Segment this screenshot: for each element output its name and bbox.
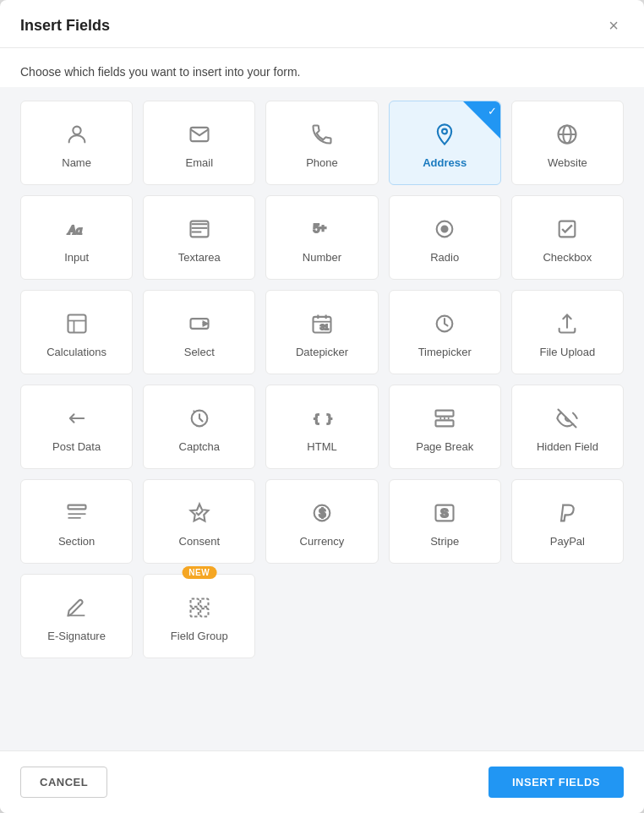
field-item-html[interactable]: ✓{ }HTML (265, 385, 378, 469)
field-item-checkbox[interactable]: ✓Checkbox (511, 195, 624, 280)
svg-rect-28 (436, 420, 454, 426)
svg-text:5÷: 5÷ (313, 221, 326, 234)
paypal-label: PayPal (550, 535, 585, 548)
modal-title: Insert Fields (20, 17, 110, 35)
input-icon: Aa (65, 217, 89, 244)
field-item-input[interactable]: ✓AaInput (20, 195, 133, 280)
svg-text:Aa: Aa (67, 221, 82, 236)
currency-icon: $ (310, 501, 334, 528)
field-item-pagebreak[interactable]: ✓Page Break (389, 385, 501, 469)
modal-body: ✓Name✓Email✓Phone✓Address✓Website✓AaInpu… (0, 87, 644, 750)
address-label: Address (423, 156, 467, 169)
svg-text:S: S (441, 505, 449, 519)
html-icon: { } (310, 406, 334, 434)
svg-point-2 (442, 128, 447, 134)
postdata-icon (65, 406, 89, 434)
svg-text:{ }: { } (313, 412, 332, 424)
field-item-website[interactable]: ✓Website (511, 101, 624, 185)
field-item-email[interactable]: ✓Email (143, 101, 255, 185)
website-icon (555, 123, 579, 150)
modal-header: Insert Fields × (0, 0, 644, 48)
calculations-icon (65, 312, 89, 339)
field-item-paypal[interactable]: ✓PayPal (511, 479, 624, 564)
insert-fields-modal: Insert Fields × Choose which fields you … (0, 0, 644, 813)
phone-icon (310, 123, 334, 150)
field-item-fieldgroup[interactable]: NEW✓Field Group (143, 574, 255, 658)
field-item-hiddenfield[interactable]: ✓Hidden Field (511, 385, 624, 469)
field-item-postdata[interactable]: ✓Post Data (20, 385, 133, 469)
fieldgroup-label: Field Group (171, 630, 228, 642)
svg-rect-43 (200, 608, 208, 616)
consent-icon (188, 501, 211, 528)
postdata-label: Post Data (52, 440, 101, 453)
field-item-currency[interactable]: ✓$Currency (265, 479, 378, 564)
paypal-icon (555, 501, 579, 528)
modal-footer: CANCEL INSERT FIELDS (0, 750, 644, 813)
name-label: Name (62, 156, 91, 169)
email-icon (188, 123, 211, 150)
field-item-fileupload[interactable]: ✓File Upload (511, 290, 624, 374)
field-item-name[interactable]: ✓Name (20, 101, 133, 185)
field-item-datepicker[interactable]: ✓31Datepicker (265, 290, 378, 374)
phone-label: Phone (306, 156, 338, 169)
svg-rect-41 (200, 598, 208, 606)
datepicker-icon: 31 (310, 312, 334, 339)
cancel-button[interactable]: CANCEL (20, 767, 107, 798)
field-item-stripe[interactable]: ✓SStripe (389, 479, 501, 564)
stripe-label: Stripe (430, 535, 459, 548)
currency-label: Currency (300, 535, 345, 548)
field-item-consent[interactable]: ✓Consent (143, 479, 255, 564)
radio-icon (433, 217, 456, 244)
selected-check-icon: ✓ (488, 105, 497, 117)
svg-text:31: 31 (320, 323, 329, 331)
section-label: Section (58, 535, 95, 548)
field-item-section[interactable]: ✓Section (20, 479, 133, 564)
pagebreak-icon (433, 406, 456, 434)
field-item-number[interactable]: ✓5÷Number (265, 195, 378, 280)
select-label: Select (184, 346, 215, 358)
field-item-captcha[interactable]: ✓Captcha (143, 385, 255, 469)
insert-fields-button[interactable]: INSERT FIELDS (488, 767, 624, 798)
number-icon: 5÷ (310, 217, 334, 244)
esignature-label: E-Signature (47, 630, 106, 642)
timepicker-label: Timepicker (418, 346, 472, 358)
timepicker-icon (433, 312, 456, 339)
captcha-icon (188, 406, 211, 434)
select-icon (188, 312, 211, 339)
field-item-timepicker[interactable]: ✓Timepicker (389, 290, 501, 374)
pagebreak-label: Page Break (416, 440, 473, 453)
field-item-phone[interactable]: ✓Phone (265, 101, 378, 185)
textarea-icon (188, 217, 211, 244)
modal-subtitle: Choose which fields you want to insert i… (0, 48, 644, 87)
radio-label: Radio (430, 251, 459, 264)
captcha-label: Captcha (179, 440, 220, 453)
hiddenfield-icon (555, 406, 579, 434)
svg-point-0 (73, 126, 80, 134)
close-button[interactable]: × (603, 15, 624, 35)
field-item-textarea[interactable]: ✓Textarea (143, 195, 255, 280)
field-item-radio[interactable]: ✓Radio (389, 195, 501, 280)
fileupload-icon (555, 312, 579, 339)
svg-point-13 (442, 226, 448, 232)
number-label: Number (303, 251, 341, 264)
esignature-icon (65, 596, 89, 623)
fieldgroup-icon (188, 596, 211, 623)
checkbox-icon (555, 217, 579, 244)
field-item-address[interactable]: ✓Address (389, 101, 501, 185)
datepicker-label: Datepicker (296, 346, 348, 358)
email-label: Email (186, 156, 214, 169)
calculations-label: Calculations (46, 346, 106, 358)
svg-rect-27 (436, 410, 454, 416)
field-item-calculations[interactable]: ✓Calculations (20, 290, 133, 374)
website-label: Website (548, 156, 587, 169)
svg-rect-40 (190, 598, 198, 606)
field-item-select[interactable]: ✓Select (143, 290, 255, 374)
address-icon (433, 123, 456, 150)
svg-text:$: $ (319, 505, 325, 519)
field-item-esignature[interactable]: ✓E-Signature (20, 574, 133, 658)
svg-rect-42 (190, 608, 198, 616)
checkbox-label: Checkbox (543, 251, 592, 264)
stripe-icon: S (433, 501, 456, 528)
html-label: HTML (307, 440, 336, 453)
input-label: Input (64, 251, 89, 264)
